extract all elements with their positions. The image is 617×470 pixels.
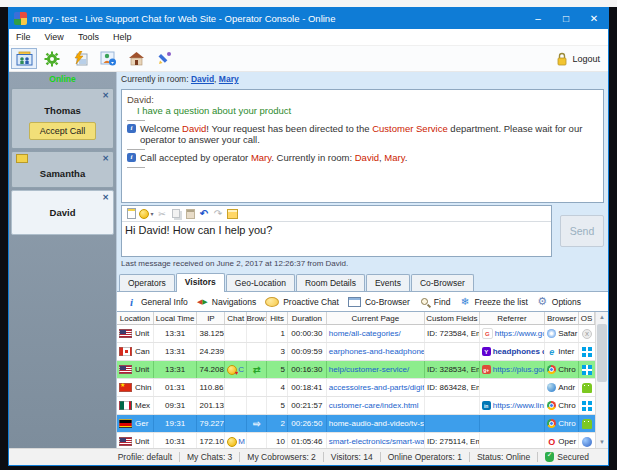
- visitor-name: Samantha: [15, 168, 110, 179]
- referrer-link[interactable]: https://plus.goo: [493, 365, 546, 374]
- table-row[interactable]: Unit13:3174.208.C⇄500:16:30help/customer…: [117, 361, 595, 379]
- visitor-card[interactable]: ✕Samantha: [11, 151, 114, 188]
- copy-icon[interactable]: [169, 208, 183, 219]
- column-header-referrer[interactable]: Referrer: [480, 312, 546, 324]
- paste-icon[interactable]: [183, 208, 197, 219]
- tab-geo-location[interactable]: Geo-Location: [226, 274, 295, 291]
- current-page-link[interactable]: earphones-and-headphones/: [329, 347, 425, 356]
- subtoolbar-co-browser[interactable]: Co-Browser: [348, 296, 410, 307]
- cell-hits: 2: [267, 415, 288, 432]
- subtoolbar-proactive-chat[interactable]: Proactive Chat: [265, 296, 339, 307]
- column-header-current-page[interactable]: Current Page: [327, 312, 425, 324]
- status-bar: Profile: defaultMy Chats: 3My Cobrowsers…: [9, 448, 608, 465]
- column-header-ip[interactable]: IP: [197, 312, 225, 324]
- table-row[interactable]: Ger19:3179.227.⇨200:26:50home-audio-and-…: [117, 415, 595, 433]
- menu-item-file[interactable]: File: [9, 32, 38, 42]
- current-page-link[interactable]: home-audio-and-video/tv-st: [329, 419, 425, 428]
- scroll-up-icon[interactable]: ▲: [596, 312, 608, 323]
- column-header-browser[interactable]: Browser: [545, 312, 579, 324]
- minimize-button[interactable]: –: [524, 8, 552, 29]
- scroll-down-icon[interactable]: ▼: [596, 437, 608, 448]
- tab-visitors[interactable]: Visitors: [176, 273, 225, 292]
- table-row[interactable]: Chin01:31110.86.400:18:41accessoires-and…: [117, 379, 595, 397]
- de-flag-icon: [119, 419, 132, 428]
- emoticon-icon[interactable]: [138, 208, 155, 219]
- subtoolbar-navigations[interactable]: Navigations: [197, 296, 256, 307]
- column-header-hits[interactable]: Hits: [267, 312, 288, 324]
- tab-events[interactable]: Events: [366, 274, 410, 291]
- menu-item-help[interactable]: Help: [106, 32, 139, 42]
- chat-history[interactable]: David:I have a question about your produ…: [121, 89, 604, 203]
- room-link[interactable]: David: [191, 74, 214, 84]
- us-flag-icon: [119, 329, 132, 338]
- table-row[interactable]: Unit10:31172.10.M1001:05:46smart-electro…: [117, 433, 595, 448]
- close-icon[interactable]: ✕: [102, 154, 109, 163]
- scroll-thumb[interactable]: [597, 324, 607, 382]
- edit-icon[interactable]: [151, 48, 177, 69]
- undo-icon[interactable]: [197, 208, 211, 219]
- tab-co-browser[interactable]: Co-Browser: [411, 274, 474, 291]
- redo-icon[interactable]: [211, 208, 225, 219]
- cell-duration: 00:00:30: [288, 325, 327, 342]
- canned-response-icon[interactable]: [225, 208, 239, 219]
- invite-visitor-icon[interactable]: [95, 48, 121, 69]
- smiley-icon: [227, 437, 237, 447]
- settings-icon[interactable]: [39, 48, 65, 69]
- table-body: Unit13:3138.125.100:00:30home/all-catego…: [117, 325, 595, 448]
- accept-call-button[interactable]: Accept Call: [29, 122, 97, 140]
- column-header-location[interactable]: Location: [117, 312, 154, 324]
- table-row[interactable]: Mex09:31201.130500:21:57customer-care/in…: [117, 397, 595, 415]
- current-page-link[interactable]: home/all-categories/: [329, 329, 401, 338]
- column-header-os[interactable]: OS: [579, 312, 595, 324]
- options-icon: [537, 296, 548, 307]
- insert-file-icon[interactable]: [124, 208, 138, 219]
- current-page-link[interactable]: help/customer-service/: [329, 365, 409, 374]
- subtoolbar-freeze-the-list[interactable]: Freeze the list: [459, 296, 527, 307]
- room-link[interactable]: Mary: [219, 74, 239, 84]
- title-bar[interactable]: mary - test - Live Support Chat for Web …: [9, 8, 608, 29]
- cut-icon[interactable]: [155, 208, 169, 219]
- column-header-chat[interactable]: Chat: [225, 312, 247, 324]
- safari-icon: [547, 329, 556, 338]
- close-icon[interactable]: ✕: [102, 91, 109, 100]
- close-button[interactable]: ✕: [580, 8, 608, 29]
- table-scrollbar[interactable]: ▲ ▼: [595, 312, 608, 448]
- subtoolbar-options[interactable]: Options: [537, 296, 581, 307]
- proactive-message-icon[interactable]: [67, 48, 93, 69]
- column-header-duration[interactable]: Duration: [288, 312, 327, 324]
- cell-browser: Inter: [545, 343, 579, 360]
- menu-item-view[interactable]: View: [38, 32, 71, 42]
- column-header-brow-[interactable]: Brow:: [247, 312, 267, 324]
- subtoolbar-find[interactable]: Find: [419, 296, 451, 307]
- logout-button[interactable]: Logout: [556, 52, 600, 66]
- operators-icon[interactable]: [11, 48, 37, 69]
- cell-local-time: 01:31: [154, 379, 198, 396]
- table-row[interactable]: Can13:3124.239.300:09:59earphones-and-he…: [117, 343, 595, 361]
- tab-operators[interactable]: Operators: [119, 274, 175, 291]
- visitor-card[interactable]: ✕David: [11, 190, 114, 235]
- message-segment: . Currently in room:: [271, 152, 354, 163]
- send-button[interactable]: Send: [560, 215, 604, 247]
- subtoolbar-general-info[interactable]: General Info: [126, 296, 188, 307]
- visitor-card[interactable]: ✕ThomasAccept Call: [11, 88, 114, 149]
- tab-room-details[interactable]: Room Details: [296, 274, 365, 291]
- lock-icon: [556, 52, 568, 66]
- current-page-link[interactable]: smart-electronics/smart-watc: [329, 437, 425, 446]
- referrer-link[interactable]: https://www.lin: [493, 401, 544, 410]
- current-page-link[interactable]: accessoires-and-parts/digital-: [329, 383, 425, 392]
- column-header-local-time[interactable]: Local Time: [154, 312, 198, 324]
- referrer-link[interactable]: https://www.go: [495, 329, 546, 338]
- column-header-custom-fields[interactable]: Custom Fields: [425, 312, 480, 324]
- cell-browse: [247, 433, 267, 448]
- message-input[interactable]: Hi David! How can I help you?: [122, 222, 551, 256]
- cell-duration: 00:26:50: [288, 415, 327, 432]
- statusbar-profile-default: Profile: default: [111, 452, 179, 462]
- menu-item-tools[interactable]: Tools: [71, 32, 106, 42]
- close-icon[interactable]: ✕: [102, 193, 109, 202]
- maximize-button[interactable]: □: [552, 8, 580, 29]
- referrer-link[interactable]: headphones on: [493, 347, 546, 356]
- current-page-link[interactable]: customer-care/index.html: [329, 401, 419, 410]
- home-page-icon[interactable]: [123, 48, 149, 69]
- table-row[interactable]: Unit13:3138.125.100:00:30home/all-catego…: [117, 325, 595, 343]
- cell-chat: [225, 325, 247, 342]
